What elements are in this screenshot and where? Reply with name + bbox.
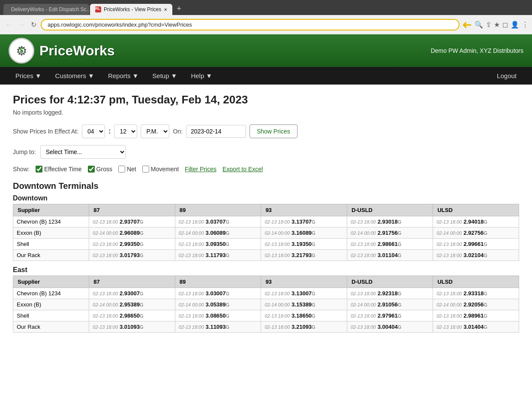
price-value: 2.98961 xyxy=(463,312,484,319)
table-cell: 02-13 18:003.19350G xyxy=(261,239,347,250)
table-row: Exxon (B)02-14 00:002.96089G02-14 00:003… xyxy=(13,227,519,239)
price-value: 2.96089 xyxy=(120,230,140,236)
price-unit: G xyxy=(484,253,487,258)
new-tab-button[interactable]: + xyxy=(173,3,185,15)
table-cell: Shell xyxy=(13,310,89,321)
hour-select[interactable]: 04 05060708 09101112 010203 xyxy=(82,124,105,138)
price-date: 02-13 18:00 xyxy=(436,242,462,247)
price-unit: G xyxy=(398,313,402,318)
table-row: Shell02-13 18:002.98650G02-13 18:003.086… xyxy=(13,310,519,321)
prices-dropdown-icon: ▼ xyxy=(35,72,42,79)
gear-dollar-icon: ⚙ $ xyxy=(16,43,27,58)
time-colon: : xyxy=(108,127,111,135)
profile-button[interactable]: 👤 xyxy=(511,21,519,29)
price-table: Supplier878993D-USLDULSDChevron (B) 1234… xyxy=(13,276,519,333)
app-header: ⚙ $ PriceWorks Demo PW Admin, XYZ Distri… xyxy=(0,34,532,67)
jump-to-select[interactable]: Select Time... xyxy=(40,145,126,159)
table-cell: 02-13 18:002.98650G xyxy=(89,310,175,321)
menu-button[interactable]: ⋮ xyxy=(522,21,529,29)
effective-time-checkbox[interactable] xyxy=(36,166,42,173)
main-content: Prices for 4:12:37 pm, Tuesday, Feb 14, … xyxy=(0,85,532,346)
price-value: 2.91756 xyxy=(378,230,398,236)
table-cell: 02-13 18:003.01793G xyxy=(89,250,175,261)
price-unit: G xyxy=(312,291,316,296)
bookmark-button[interactable]: ★ xyxy=(494,21,500,29)
price-unit: G xyxy=(226,302,230,307)
logout-button[interactable]: Logout xyxy=(490,67,523,85)
nav-reports[interactable]: Reports ▼ xyxy=(101,67,145,85)
priceworks-tab-close[interactable]: ✕ xyxy=(164,7,167,12)
extensions-button[interactable]: ◻ xyxy=(502,21,508,29)
table-cell: Exxon (B) xyxy=(13,299,89,310)
no-imports-text: No imports logged. xyxy=(13,109,519,116)
table-cell: 02-14 00:003.15389G xyxy=(261,299,347,310)
address-bar[interactable] xyxy=(41,19,460,30)
reload-button[interactable]: ↻ xyxy=(29,20,38,30)
price-value: 3.06089 xyxy=(206,230,226,236)
movement-checkbox-label[interactable]: Movement xyxy=(142,166,179,173)
table-cell: Chevron (B) 1234 xyxy=(13,216,89,227)
effective-time-checkbox-label[interactable]: Effective Time xyxy=(36,166,82,173)
price-unit: G xyxy=(484,313,487,318)
gross-checkbox-label[interactable]: Gross xyxy=(88,166,112,173)
export-to-excel-link[interactable]: Export to Excel xyxy=(222,166,263,173)
movement-label: Movement xyxy=(151,166,179,173)
nav-help[interactable]: Help ▼ xyxy=(184,67,219,85)
price-date: 02-13 18:00 xyxy=(264,242,290,247)
price-value: 3.01104 xyxy=(378,252,398,258)
price-value: 3.13007 xyxy=(292,290,312,297)
tab-priceworks[interactable]: RL PriceWorks - View Prices ✕ xyxy=(90,4,172,15)
table-cell: 02-14 00:003.06089G xyxy=(175,227,261,239)
price-value: 3.01093 xyxy=(120,324,140,330)
table-row: Our Rack02-13 18:003.01093G02-13 18:003.… xyxy=(13,321,519,333)
price-date: 02-13 18:00 xyxy=(351,242,376,247)
net-checkbox-label[interactable]: Net xyxy=(118,166,136,173)
tab-deliveryworks[interactable]: DeliveryWorks - Edit Dispatch Sc... ✕ xyxy=(3,4,89,15)
table-cell: 02-13 18:002.98661G xyxy=(347,239,433,250)
price-value: 3.11093 xyxy=(206,324,226,330)
price-value: 3.05389 xyxy=(206,301,226,308)
ampm-select[interactable]: P.M. A.M. xyxy=(141,124,169,138)
filter-prices-link[interactable]: Filter Prices xyxy=(185,166,216,173)
price-date: 02-13 18:00 xyxy=(436,219,462,224)
forward-button[interactable]: → xyxy=(16,20,27,30)
table-cell: Our Rack xyxy=(13,321,89,333)
nav-customers[interactable]: Customers ▼ xyxy=(48,67,101,85)
share-button[interactable]: ⇪ xyxy=(486,21,491,29)
page-title: Prices for 4:12:37 pm, Tuesday, Feb 14, … xyxy=(13,93,519,106)
price-date: 02-14 00:00 xyxy=(179,302,204,307)
net-checkbox[interactable] xyxy=(118,166,125,173)
price-value: 2.99661 xyxy=(463,241,484,247)
back-button[interactable]: ← xyxy=(3,20,14,30)
price-date: 02-13 18:00 xyxy=(351,324,376,330)
movement-checkbox[interactable] xyxy=(142,166,149,173)
price-value: 3.08650 xyxy=(206,312,226,319)
price-unit: G xyxy=(398,253,402,258)
price-value: 3.21093 xyxy=(292,324,312,330)
table-cell: 02-13 18:002.99661G xyxy=(433,239,519,250)
minute-select[interactable]: 12 00153045 xyxy=(114,124,137,138)
price-date: 02-13 18:00 xyxy=(93,324,118,330)
table-cell: 02-13 18:003.11793G xyxy=(175,250,261,261)
price-sections: Downtown TerminalsDowntownSupplier878993… xyxy=(13,181,519,333)
price-value: 2.92756 xyxy=(463,230,484,236)
price-unit: G xyxy=(398,242,402,247)
price-value: 3.11793 xyxy=(206,252,226,258)
table-cell: Chevron (B) 1234 xyxy=(13,288,89,299)
reports-dropdown-icon: ▼ xyxy=(132,72,138,79)
price-date: 02-13 18:00 xyxy=(179,291,204,296)
price-unit: G xyxy=(226,230,230,236)
price-date: 02-13 18:00 xyxy=(93,219,118,224)
price-unit: G xyxy=(226,291,230,296)
price-value: 3.03007 xyxy=(206,290,226,297)
price-unit: G xyxy=(226,313,230,318)
nav-setup[interactable]: Setup ▼ xyxy=(145,67,184,85)
subsection-title: Downtown xyxy=(13,194,519,202)
show-prices-button[interactable]: Show Prices xyxy=(249,124,298,138)
date-input[interactable] xyxy=(186,125,246,138)
gross-checkbox[interactable] xyxy=(88,166,95,173)
nav-prices[interactable]: Prices ▼ xyxy=(9,67,48,85)
price-date: 02-14 00:00 xyxy=(93,302,118,307)
price-date: 02-13 18:00 xyxy=(179,242,204,247)
search-button[interactable]: 🔍 xyxy=(475,21,483,29)
